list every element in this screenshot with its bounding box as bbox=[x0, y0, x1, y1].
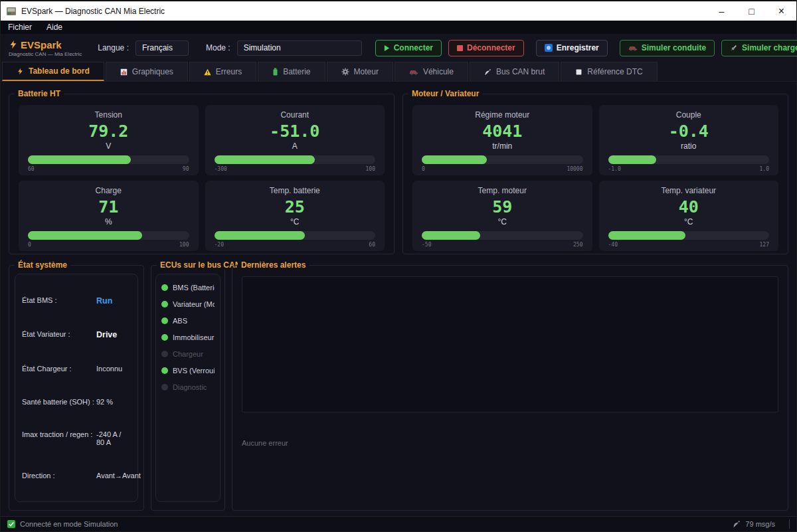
ecu-label: Immobiliseur bbox=[173, 333, 214, 341]
gauge-min: 0 bbox=[28, 242, 31, 248]
gauge-max: 90 bbox=[183, 166, 189, 172]
gauge-temp-moteur: Temp. moteur 59 °C -50250 bbox=[412, 181, 592, 251]
tab-label: Référence DTC bbox=[587, 67, 642, 76]
gauge-max: 100 bbox=[179, 242, 189, 248]
gauge-max: 250 bbox=[573, 242, 582, 248]
record-label: Enregistrer bbox=[557, 43, 599, 52]
ecu-item: ABS bbox=[161, 317, 215, 325]
system-row-label: Direction : bbox=[22, 472, 96, 480]
mode-value: Simulation bbox=[244, 43, 281, 52]
system-row-value: 92 % bbox=[96, 398, 113, 406]
gauge-bar-fill bbox=[215, 231, 306, 240]
system-row-value: Run bbox=[96, 296, 112, 306]
ecu-status-dot bbox=[161, 284, 168, 291]
language-value: Français bbox=[142, 43, 173, 52]
system-row-soh: Santé batterie (SOH) : 92 % bbox=[22, 398, 131, 406]
tab-graphiques[interactable]: Graphiques bbox=[106, 62, 188, 81]
ecu-status-dot bbox=[161, 384, 168, 391]
plug-icon bbox=[730, 44, 738, 52]
car-icon bbox=[409, 69, 418, 75]
header: EVSpark Diagnostic CAN — Mia Electric La… bbox=[1, 34, 796, 62]
ecu-item: Variateur (Mot bbox=[161, 300, 215, 308]
tab-label: Graphiques bbox=[132, 67, 173, 76]
gauge-min: -50 bbox=[422, 242, 431, 248]
minimize-button[interactable]: – bbox=[707, 1, 737, 21]
close-button[interactable]: × bbox=[766, 1, 796, 21]
gauge-min: -300 bbox=[215, 166, 227, 172]
simulate-charge-button[interactable]: Simuler charge bbox=[721, 40, 797, 56]
system-row-label: Santé batterie (SOH) : bbox=[22, 398, 96, 406]
gauge-min: -1.0 bbox=[608, 166, 621, 172]
menu-aide[interactable]: Aide bbox=[46, 23, 62, 32]
ecu-item: BMS (Batterie) bbox=[161, 284, 215, 292]
satellite-icon bbox=[733, 520, 741, 528]
gauge-unit: °C bbox=[215, 217, 376, 226]
tab-vehicule[interactable]: Véhicule bbox=[395, 62, 468, 81]
maximize-button[interactable]: □ bbox=[737, 1, 766, 21]
disconnect-label: Déconnecter bbox=[467, 43, 515, 52]
mode-select[interactable]: Simulation bbox=[237, 41, 362, 56]
stop-icon bbox=[457, 45, 463, 51]
alerts-list[interactable] bbox=[242, 276, 778, 412]
language-select[interactable]: Français bbox=[135, 41, 189, 56]
car-icon bbox=[628, 45, 638, 51]
ecu-label: BMS (Batterie) bbox=[173, 284, 215, 292]
system-row-label: État Chargeur : bbox=[22, 365, 96, 373]
tab-tableau-de-bord[interactable]: Tableau de bord bbox=[2, 62, 104, 81]
gauge-value: 4041 bbox=[422, 122, 583, 141]
record-button[interactable]: Enregistrer bbox=[536, 40, 608, 56]
connect-label: Connecter bbox=[394, 43, 433, 52]
tab-label: Tableau de bord bbox=[29, 66, 90, 76]
ecu-item: Diagnostic bbox=[161, 383, 215, 391]
gauge-bar bbox=[215, 231, 376, 240]
gauge-unit: A bbox=[215, 141, 376, 151]
gauge-min: 0 bbox=[422, 166, 425, 172]
tab-bus-can-brut[interactable]: Bus CAN brut bbox=[470, 62, 559, 81]
tab-reference-dtc[interactable]: Référence DTC bbox=[561, 62, 657, 81]
play-icon bbox=[384, 44, 390, 52]
gauge-label: Tension bbox=[28, 110, 189, 120]
system-state-card: État BMS : Run État Variateur : Drive Ét… bbox=[15, 274, 138, 502]
book-icon bbox=[575, 68, 582, 76]
tab-batterie[interactable]: Batterie bbox=[258, 62, 325, 81]
menu-fichier[interactable]: Fichier bbox=[8, 23, 32, 32]
gauge-max: 1.0 bbox=[760, 166, 769, 172]
resize-grip[interactable] bbox=[789, 519, 790, 529]
gauge-bar-fill bbox=[28, 231, 142, 240]
statusbar: Connecté en mode Simulation 79 msg/s bbox=[1, 516, 796, 531]
menubar: Fichier Aide bbox=[1, 21, 796, 34]
ecu-status-dot bbox=[161, 367, 168, 374]
gear-icon bbox=[341, 68, 349, 76]
tab-moteur[interactable]: Moteur bbox=[327, 62, 393, 81]
gauge-bar bbox=[422, 231, 583, 240]
ecus-list: BMS (Batterie) Variateur (Mot ABS Immobi… bbox=[155, 274, 221, 502]
ecus-panel-title: ECUs sur le bus CAN bbox=[157, 260, 244, 270]
gauge-value: 71 bbox=[28, 197, 189, 217]
disconnect-button[interactable]: Déconnecter bbox=[448, 40, 524, 56]
check-icon bbox=[7, 520, 15, 528]
app-logo: EVSpark Diagnostic CAN — Mia Electric bbox=[9, 39, 82, 57]
gauge-unit: ratio bbox=[608, 141, 770, 151]
ecu-status-dot bbox=[161, 301, 168, 308]
connect-button[interactable]: Connecter bbox=[375, 40, 442, 56]
gauge-max: 127 bbox=[760, 242, 769, 248]
alerts-panel-title: Dernières alertes bbox=[238, 260, 309, 270]
ecu-item: BVS (Verrouilla bbox=[161, 367, 215, 375]
ecu-label: ABS bbox=[173, 317, 187, 325]
titlebar: EVSpark — Diagnostic CAN Mia Electric – … bbox=[1, 1, 796, 21]
gauge-bar-fill bbox=[422, 155, 487, 164]
battery-panel: Batterie HT Tension 79.2 V 6090 Courant … bbox=[9, 94, 395, 254]
ecu-label: BVS (Verrouilla bbox=[173, 367, 215, 375]
message-rate-text: 79 msg/s bbox=[745, 520, 775, 528]
motor-panel: Moteur / Variateur Régime moteur 4041 tr… bbox=[402, 94, 788, 254]
alerts-empty-text: Aucune erreur bbox=[242, 439, 778, 447]
simulate-drive-button[interactable]: Simuler conduite bbox=[620, 40, 715, 56]
gauge-bar bbox=[28, 155, 189, 164]
warning-icon bbox=[204, 68, 211, 76]
gauge-temp-batterie: Temp. batterie 25 °C -2060 bbox=[205, 181, 385, 251]
ecu-status-dot bbox=[161, 317, 168, 324]
gauge-label: Régime moteur bbox=[422, 110, 583, 120]
tab-erreurs[interactable]: Erreurs bbox=[189, 62, 256, 81]
system-row-value: Inconnu bbox=[96, 365, 122, 373]
ecu-label: Chargeur bbox=[173, 350, 203, 358]
